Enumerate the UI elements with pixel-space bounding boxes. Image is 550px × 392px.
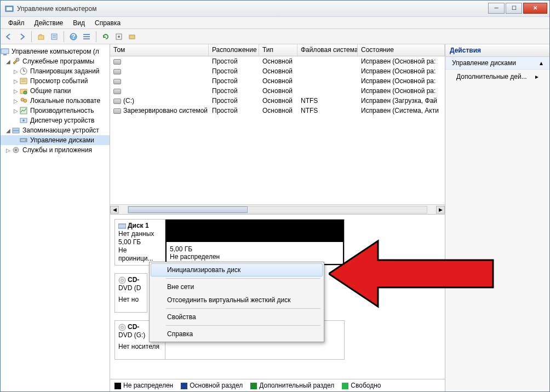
- context-menu: Инициализировать диск Вне сети Отсоедини…: [149, 262, 324, 342]
- volume-row[interactable]: Простой Основной Исправен (Основной ра:: [110, 56, 445, 66]
- disk-row-cd1[interactable]: CD- DVD (D Нет но: [114, 273, 147, 313]
- svg-rect-3: [51, 34, 57, 39]
- scroll-track[interactable]: [128, 206, 427, 214]
- expand-icon[interactable]: ▷: [5, 147, 12, 153]
- tree-services-apps[interactable]: ▷ Службы и приложения: [1, 145, 110, 155]
- col-layout[interactable]: Расположение: [209, 44, 259, 56]
- minimize-button[interactable]: ─: [488, 3, 505, 14]
- expand-icon[interactable]: ▷: [13, 68, 19, 74]
- partition-unallocated[interactable]: 5,00 ГБ Не распределен: [165, 220, 344, 265]
- drive-icon: [113, 69, 121, 74]
- svg-point-26: [24, 99, 27, 102]
- cm-detach-vhd[interactable]: Отсоединить виртуальный жесткий диск: [151, 293, 323, 307]
- svg-point-16: [16, 58, 19, 61]
- menu-action[interactable]: Действие: [30, 18, 68, 28]
- expand-icon[interactable]: ▷: [13, 88, 19, 94]
- app-icon: [5, 4, 14, 13]
- svg-point-24: [24, 91, 27, 94]
- swatch-unalloc: [114, 383, 121, 389]
- extra-button[interactable]: [126, 31, 138, 43]
- svg-point-29: [22, 119, 25, 122]
- tree-task-scheduler[interactable]: ▷ Планировщик заданий: [1, 66, 110, 76]
- scroll-left-button[interactable]: ◀: [110, 206, 119, 214]
- drive-icon: [113, 79, 121, 84]
- col-filesystem[interactable]: Файловая система: [297, 44, 358, 56]
- settings-button[interactable]: [113, 31, 125, 43]
- volume-row[interactable]: Простой Основной Исправен (Основной ра:: [110, 66, 445, 76]
- refresh-button[interactable]: [100, 31, 112, 43]
- tree-root[interactable]: Управление компьютером (л: [1, 47, 110, 56]
- forward-button[interactable]: [16, 31, 28, 43]
- cd-icon: [118, 324, 126, 331]
- collapse-icon[interactable]: ◢: [5, 128, 12, 134]
- volume-row[interactable]: Зарезервировано системой Простой Основно…: [110, 106, 445, 116]
- menu-view[interactable]: Вид: [68, 18, 89, 28]
- maximize-button[interactable]: ☐: [506, 3, 522, 14]
- services-icon: [12, 146, 20, 154]
- col-status[interactable]: Состояние: [358, 44, 445, 56]
- window-buttons: ─ ☐ ✕: [487, 3, 547, 15]
- scroll-thumb[interactable]: [128, 206, 248, 213]
- expand-icon[interactable]: ▷: [13, 98, 19, 104]
- svg-rect-2: [38, 36, 44, 39]
- titlebar[interactable]: Управление компьютером ─ ☐ ✕: [1, 1, 549, 17]
- tree-pane: Управление компьютером (л ◢ Служебные пр…: [1, 44, 110, 391]
- action-more[interactable]: Дополнительные дей... ▸: [445, 70, 549, 84]
- expand-icon[interactable]: ▷: [13, 108, 19, 114]
- cm-initialize-disk[interactable]: Инициализировать диск: [151, 263, 323, 276]
- disk-mgmt-icon: [19, 136, 28, 145]
- scroll-right-button[interactable]: ▶: [436, 206, 445, 214]
- tree-event-viewer[interactable]: ▷ Просмотр событий: [1, 76, 110, 86]
- cm-sep: [166, 325, 320, 326]
- collapse-icon[interactable]: ◢: [5, 59, 12, 65]
- cm-sep: [166, 308, 320, 309]
- legend-extended: Дополнительный раздел: [250, 382, 334, 389]
- users-icon: [19, 96, 28, 105]
- col-type[interactable]: Тип: [259, 44, 297, 56]
- disk-row-disk1[interactable]: Диск 1 Нет данных 5,00 ГБ Не проиници...…: [114, 219, 345, 266]
- computer-icon: [1, 47, 9, 56]
- tree-system-tools[interactable]: ◢ Служебные программы: [1, 56, 110, 66]
- properties-button[interactable]: [48, 31, 60, 43]
- svg-rect-13: [129, 35, 135, 39]
- svg-rect-8: [83, 34, 90, 35]
- col-volume[interactable]: Том: [110, 44, 209, 56]
- drive-icon: [113, 59, 121, 65]
- cm-properties[interactable]: Свойства: [151, 310, 323, 324]
- toolbar-sep-3: [96, 31, 96, 42]
- help-button[interactable]: ?: [67, 31, 79, 43]
- actions-section-diskmgmt[interactable]: Управление дисками ▴: [445, 57, 549, 70]
- volume-hscroll[interactable]: ◀ ▶: [110, 204, 445, 214]
- event-icon: [19, 77, 28, 85]
- volume-list: Простой Основной Исправен (Основной ра: …: [110, 56, 445, 204]
- toolbar-sep-1: [31, 31, 32, 42]
- close-button[interactable]: ✕: [523, 3, 547, 14]
- menu-help[interactable]: Справка: [90, 18, 125, 28]
- back-button[interactable]: [3, 31, 15, 43]
- cd-icon: [118, 276, 126, 284]
- svg-point-33: [25, 140, 26, 141]
- tree-local-users[interactable]: ▷ Локальные пользовате: [1, 96, 110, 106]
- volume-list-header: Том Расположение Тип Файловая система Со…: [110, 44, 445, 56]
- tree-performance[interactable]: ▷ Производительность: [1, 106, 110, 116]
- up-button[interactable]: [35, 31, 47, 43]
- cm-help[interactable]: Справка: [151, 327, 323, 341]
- drive-icon: [113, 89, 121, 94]
- volume-row[interactable]: Простой Основной Исправен (Основной ра:: [110, 76, 445, 86]
- menu-file[interactable]: Файл: [4, 18, 29, 28]
- cm-offline[interactable]: Вне сети: [151, 280, 323, 293]
- volume-row[interactable]: Простой Основной Исправен (Основной ра:: [110, 86, 445, 96]
- expand-icon[interactable]: ▷: [13, 78, 19, 84]
- svg-point-38: [121, 279, 123, 281]
- tree-storage[interactable]: ◢ Запоминающие устройст: [1, 125, 110, 135]
- tree-device-manager[interactable]: Диспетчер устройств: [1, 116, 110, 125]
- volume-row[interactable]: (C:) Простой Основной NTFS Исправен (Заг…: [110, 96, 445, 106]
- drive-icon: [113, 108, 121, 114]
- tree-shared-folders[interactable]: ▷ Общие папки: [1, 86, 110, 96]
- device-icon: [19, 116, 28, 125]
- tree-disk-management[interactable]: Управление дисками: [1, 135, 110, 145]
- drive-icon: [113, 99, 121, 104]
- actions-header: Действия: [445, 44, 549, 57]
- svg-rect-10: [83, 38, 90, 39]
- list-view-button[interactable]: [81, 31, 93, 43]
